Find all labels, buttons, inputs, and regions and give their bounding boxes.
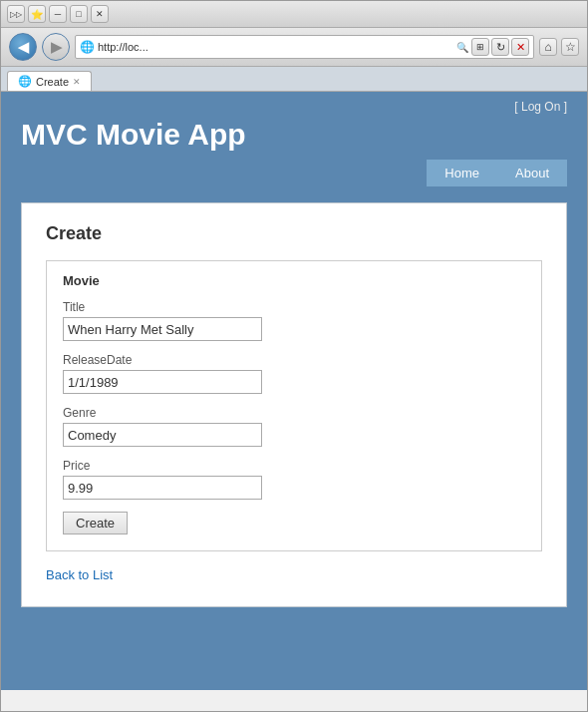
- title-label: Title: [63, 300, 525, 314]
- close-button[interactable]: ✕: [91, 5, 109, 23]
- about-nav-button[interactable]: About: [497, 160, 567, 186]
- logon-link[interactable]: [ Log On ]: [514, 100, 567, 114]
- price-input[interactable]: [63, 476, 262, 500]
- app-background: [ Log On ] MVC Movie App Home About Crea…: [1, 92, 587, 690]
- maximize-button[interactable]: □: [70, 5, 88, 23]
- app-header: [ Log On ] MVC Movie App Home About: [1, 92, 587, 186]
- genre-group: Genre: [63, 406, 525, 447]
- title-group: Title: [63, 300, 525, 341]
- release-date-label: ReleaseDate: [63, 353, 525, 367]
- price-group: Price: [63, 459, 525, 500]
- release-date-group: ReleaseDate: [63, 353, 525, 394]
- tab-close-icon[interactable]: ✕: [73, 77, 81, 87]
- back-icon: ◀: [18, 39, 29, 55]
- favorites-star-button[interactable]: ☆: [561, 38, 579, 56]
- genre-input[interactable]: [63, 423, 262, 447]
- forward-icon: ▶: [51, 39, 62, 55]
- refresh-button[interactable]: ↻: [491, 38, 509, 56]
- toolbar-right: ⌂ ☆: [539, 38, 579, 56]
- minimize-button[interactable]: ─: [49, 5, 67, 23]
- back-button[interactable]: ◀: [9, 33, 37, 61]
- logon-bar: [ Log On ]: [21, 100, 567, 118]
- app-nav: Home About: [21, 160, 567, 186]
- favorites-button[interactable]: ⭐: [28, 5, 46, 23]
- genre-label: Genre: [63, 406, 525, 420]
- forward-button[interactable]: ▶: [42, 33, 70, 61]
- app-content: Create Movie Title ReleaseDate Genre: [1, 186, 587, 623]
- address-search-icon: 🔍: [456, 42, 468, 53]
- app-title: MVC Movie App: [21, 118, 567, 160]
- compatibility-button[interactable]: ⊞: [471, 38, 489, 56]
- home-button[interactable]: ⌂: [539, 38, 557, 56]
- address-bar[interactable]: 🌐 http://loc... 🔍 ⊞ ↻ ✕: [75, 35, 534, 59]
- browser-window: ▷▷ ⭐ ─ □ ✕ ◀ ▶ 🌐 http://loc... 🔍 ⊞ ↻ ✕ ⌂…: [0, 0, 588, 712]
- form-section-title: Movie: [63, 273, 525, 288]
- home-nav-button[interactable]: Home: [427, 160, 497, 186]
- create-button[interactable]: Create: [63, 512, 128, 534]
- ie-icon: 🌐: [80, 40, 95, 54]
- browser-tab-create[interactable]: 🌐 Create ✕: [7, 71, 92, 91]
- back-to-list-section: Back to List: [46, 567, 542, 582]
- title-input[interactable]: [63, 317, 262, 341]
- content-card: Create Movie Title ReleaseDate Genre: [21, 202, 567, 607]
- price-label: Price: [63, 459, 525, 473]
- tab-title: Create: [36, 76, 69, 88]
- pin-button[interactable]: ▷▷: [7, 5, 25, 23]
- tab-bar: 🌐 Create ✕: [1, 67, 587, 92]
- tab-ie-icon: 🌐: [18, 75, 32, 88]
- address-text: http://loc...: [98, 41, 453, 53]
- back-to-list-link[interactable]: Back to List: [46, 567, 113, 582]
- browser-titlebar: ▷▷ ⭐ ─ □ ✕: [1, 1, 587, 28]
- page-title: Create: [46, 223, 542, 244]
- stop-button[interactable]: ✕: [511, 38, 529, 56]
- form-section: Movie Title ReleaseDate Genre Pr: [46, 260, 542, 551]
- release-date-input[interactable]: [63, 370, 262, 394]
